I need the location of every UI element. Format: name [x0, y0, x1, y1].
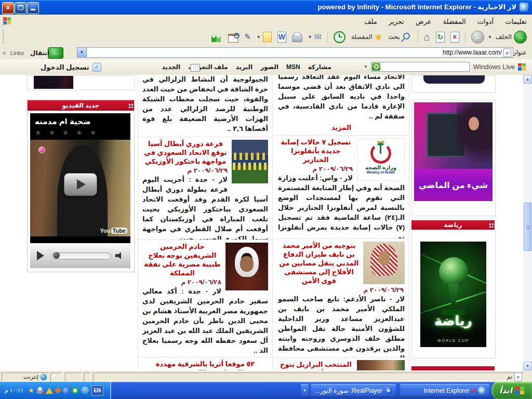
address-dropdown-icon[interactable]: ▼	[77, 48, 87, 57]
taskbar: ابدأ e Internet Explorer RealPlayer: سور…	[0, 382, 532, 399]
article-body: الجيولوجية أن النشاط الزلزالي في حرة الش…	[142, 75, 268, 134]
article-transfer: الاتحاد مساء اليوم عقد التعاقد رسميا الى…	[274, 75, 409, 135]
player-play-button[interactable]	[37, 251, 44, 260]
windows-live-logo	[518, 63, 526, 71]
sign-in-button[interactable]: ✓ تسجيل الدخول	[41, 63, 101, 72]
taskbar-clock[interactable]: ١٠:١١ م	[3, 387, 25, 394]
taskbar-button-internet-explorer[interactable]: e Internet Explorer	[400, 384, 489, 397]
page-icon: e	[514, 373, 522, 381]
player-progress-bar[interactable]	[51, 252, 111, 259]
player-volume-icon[interactable]	[115, 252, 124, 259]
restore-button[interactable]	[15, 2, 26, 14]
live-search-dropdown[interactable]: ▼	[364, 64, 368, 69]
blocked-content-pane[interactable]	[50, 373, 62, 381]
scroll-up-button[interactable]: ▲	[523, 75, 532, 84]
live-item-msn[interactable]: MSN	[286, 63, 300, 71]
menu-file[interactable]: ملف	[364, 18, 377, 25]
article-image-team-photo[interactable]	[232, 140, 268, 183]
form-fill-icon[interactable]	[190, 64, 200, 72]
trophy-stem-shape	[447, 284, 460, 310]
youtube-player[interactable]: ضحية ام مدمنه ★ ★ ★ ★ ★ YouTube	[30, 113, 130, 268]
windows-live-label: Windows Live	[473, 63, 515, 71]
tray-app-icon-orange[interactable]	[55, 387, 61, 394]
menubar-grip[interactable]	[3, 17, 4, 26]
article-image-king-portrait[interactable]	[225, 243, 268, 290]
article-image-stadium[interactable]	[357, 360, 405, 370]
notes-button[interactable]: ▼	[255, 31, 274, 43]
live-item-mail[interactable]: البريد	[236, 63, 252, 71]
banner-image-cutoff[interactable]	[423, 75, 485, 84]
close-button[interactable]: ×	[2, 2, 14, 14]
video-frame[interactable]: YouTube	[30, 140, 130, 236]
home-icon: ⌂	[424, 32, 430, 42]
edit-with-word-button[interactable]: W	[275, 31, 288, 44]
minimize-button[interactable]	[27, 2, 39, 14]
video-rating-stars[interactable]: ★ ★ ★ ★ ★	[30, 127, 130, 140]
history-button[interactable]	[331, 30, 348, 44]
mail-icon: ✉	[314, 32, 322, 43]
player-progress-knob[interactable]	[53, 252, 60, 259]
stop-button[interactable]: ×	[448, 31, 461, 44]
menu-view[interactable]: عرض	[416, 18, 432, 25]
tray-star-icon[interactable]: ★	[28, 387, 34, 394]
past-banner[interactable]: شيء من الماضي	[414, 102, 493, 201]
live-search-icon[interactable]	[372, 63, 380, 71]
hide-icons-chevron[interactable]: ‹	[81, 387, 89, 394]
address-input[interactable]: ▼ http://www.laaar.com/ e	[77, 47, 513, 58]
tray-warning-icon[interactable]	[46, 388, 53, 394]
links-toolbar[interactable]: Links	[10, 50, 24, 56]
refresh-button[interactable]: ↻	[434, 31, 447, 44]
taskbar-button-realplayer[interactable]: RealPlayer: سورة النور...	[311, 384, 396, 397]
favorites-button[interactable]: ★ المفضلة	[349, 31, 384, 44]
article-swine-flu: وزارة الصحة Ministry of Health تسجيل ٧ ح…	[274, 135, 409, 238]
article-date: ٢٠٠٩/٠٦/٢٩ م	[278, 285, 405, 294]
tray-messenger-offline-icon[interactable]	[37, 387, 43, 394]
article-body: لار - جدة : أجريت اليوم قرعة بطولة دوري …	[142, 175, 268, 240]
vertical-scrollbar[interactable]: ▲ ▼	[523, 75, 532, 370]
toolbar-separator	[418, 31, 418, 43]
back-icon: →	[514, 31, 527, 44]
page-icon: e	[503, 48, 511, 57]
research-button[interactable]	[226, 30, 241, 44]
article-body: لار - جدة : أكد معالي سفير خادم الحرمين …	[142, 286, 268, 355]
live-item-share[interactable]: مشاركة	[308, 63, 331, 71]
tray-app-icon-blue[interactable]	[63, 388, 69, 394]
forward-button[interactable]: ←	[469, 30, 486, 45]
menu-favorites[interactable]: المفضلة	[443, 18, 466, 25]
article-body: لار - واس: أعلنت وزارة الصحة أنه وفي إطا…	[278, 173, 405, 238]
toolbar-grip[interactable]	[3, 30, 4, 44]
live-item-whats-new[interactable]: الجديد	[162, 63, 181, 71]
menu-edit[interactable]: تحرير	[389, 18, 404, 25]
messenger-button[interactable]	[209, 31, 224, 43]
play-overlay-button[interactable]	[64, 173, 97, 196]
menu-help[interactable]: تعليمات	[505, 18, 527, 25]
scrollbar-thumb[interactable]	[524, 203, 531, 251]
scroll-down-button[interactable]: ▼	[523, 362, 532, 370]
article-body: الاتحاد مساء اليوم عقد التعاقد رسميا الى…	[278, 75, 405, 121]
back-dropdown[interactable]: ▼	[488, 35, 492, 39]
sports-banner-image[interactable]: رياضة WORLD CUP	[420, 242, 486, 347]
tray-app-icon-green[interactable]	[72, 387, 78, 394]
go-button[interactable]: ←	[48, 47, 63, 59]
back-button[interactable]: → الخلف	[494, 30, 529, 45]
ministry-name-arabic: وزارة الصحة	[357, 165, 404, 170]
edit-button[interactable]: ✎	[242, 31, 253, 43]
article-image-ministry-of-health-logo[interactable]: وزارة الصحة Ministry of Health	[357, 138, 405, 181]
chevron-icon[interactable]: «	[3, 49, 6, 57]
menu-tools[interactable]: أدوات	[477, 18, 494, 25]
more-link[interactable]: المزيد	[278, 124, 405, 131]
print-button[interactable]	[290, 31, 304, 43]
article-image-prince-portrait[interactable]	[363, 242, 405, 284]
language-indicator[interactable]: EN	[91, 385, 103, 396]
taskbar-chevron-button[interactable]: ▼	[301, 384, 309, 397]
internet-explorer-icon: e	[478, 387, 486, 394]
home-button[interactable]: ⌂	[422, 31, 432, 43]
search-button[interactable]: بحث	[386, 31, 414, 44]
start-button[interactable]: ابدأ	[491, 382, 532, 399]
article-headline[interactable]: ٥٢ موقعا أثريا بالشرقية مهددة بالاندثار …	[142, 359, 268, 370]
thumbnail-image[interactable]	[34, 76, 73, 89]
article-body: لار - ناصر الأدغم: تابع صاحب السمو الملك…	[278, 294, 405, 357]
live-item-photos[interactable]: الصور	[260, 63, 278, 71]
live-search-input[interactable]	[371, 62, 470, 72]
mail-button[interactable]: ✉ ▼	[306, 31, 324, 44]
